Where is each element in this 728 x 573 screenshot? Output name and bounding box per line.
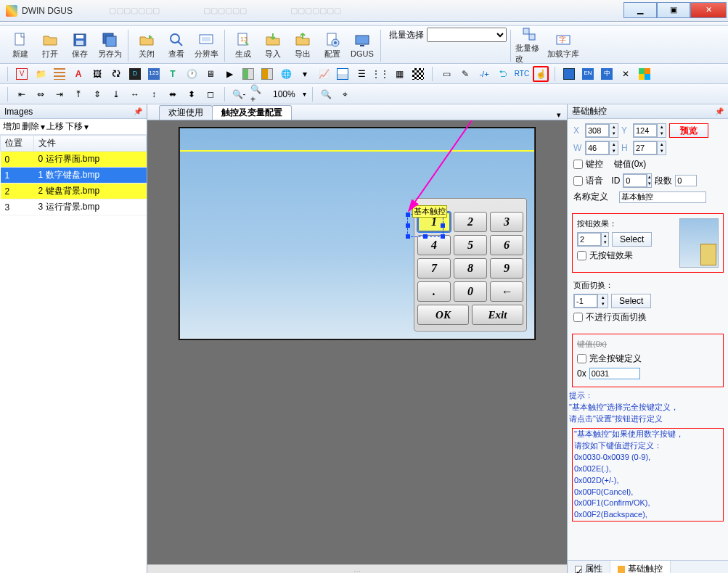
table-row[interactable]: 11 数字键盘.bmp	[1, 168, 147, 184]
key-5[interactable]: 5	[454, 235, 487, 255]
key-7[interactable]: 7	[417, 258, 451, 279]
num-icon[interactable]: 123	[146, 66, 162, 82]
tab-touchvar[interactable]: 触控及变量配置	[212, 105, 292, 120]
no-btn-effect-checkbox[interactable]	[577, 251, 586, 260]
rtab-props[interactable]: ✓属性	[568, 561, 610, 573]
maximize-button[interactable]: ▣	[657, 2, 690, 18]
keyctrl-checkbox[interactable]	[573, 160, 583, 169]
align-right-icon[interactable]: ⇥	[52, 86, 68, 102]
images-add[interactable]: 增加	[3, 120, 20, 133]
new-button[interactable]: 新建	[6, 28, 35, 62]
clock-icon[interactable]: 🕐	[184, 66, 200, 82]
key-3[interactable]: 3	[490, 212, 523, 232]
close-button[interactable]: ✕	[690, 2, 727, 18]
images-delete-menu[interactable]: ▾	[41, 122, 45, 132]
h-input[interactable]: ▴▾	[633, 141, 666, 155]
layout-icon[interactable]	[637, 66, 653, 82]
key-ok[interactable]: OK	[417, 305, 469, 325]
x-input[interactable]: ▴▾	[585, 123, 618, 138]
no-page-switch-checkbox[interactable]	[573, 313, 583, 322]
btn-effect-select[interactable]: Select	[612, 232, 652, 247]
dist-v-icon[interactable]: ↕	[146, 86, 162, 102]
en-icon[interactable]: EN	[580, 66, 596, 82]
align-icon[interactable]	[52, 66, 68, 82]
tab-menu[interactable]: ▾	[557, 110, 561, 120]
text-a-icon[interactable]: A	[70, 66, 86, 82]
grid-icon[interactable]: ▦	[391, 66, 407, 82]
key-.[interactable]: .	[417, 281, 451, 302]
y-input[interactable]: ▴▾	[633, 123, 666, 138]
name-input[interactable]	[619, 191, 706, 203]
images-up[interactable]: 上移	[46, 120, 64, 133]
rtab-basic[interactable]: 基础触控	[610, 561, 671, 573]
align-center-h-icon[interactable]: ⇔	[33, 86, 49, 102]
page-switch-input[interactable]: ▴▾	[573, 294, 608, 308]
tools-icon[interactable]: ✕	[618, 66, 634, 82]
cn-icon[interactable]: 中	[599, 66, 615, 82]
h-scrollbar[interactable]: ⋯	[147, 567, 567, 573]
text-t-icon[interactable]: T	[165, 66, 181, 82]
tab-welcome[interactable]: 欢迎使用	[159, 105, 213, 120]
display-icon[interactable]: 🖥	[203, 66, 218, 82]
key-8[interactable]: 8	[454, 258, 487, 279]
images-delete[interactable]: 删除	[22, 120, 39, 133]
var-icon[interactable]: V	[14, 66, 30, 82]
key-2[interactable]: 2	[454, 212, 487, 232]
zoom-out-icon[interactable]: 🔍-	[231, 86, 247, 102]
grid-panel-icon[interactable]	[561, 66, 577, 82]
save-button[interactable]: 保存	[65, 28, 94, 62]
table-row[interactable]: 33 运行背景.bmp	[1, 199, 147, 215]
seg-input[interactable]	[675, 175, 697, 186]
close-project-button[interactable]: 关闭	[132, 28, 161, 62]
preview-button[interactable]: 预览	[669, 123, 708, 138]
zoom-fit-icon[interactable]: 🔍	[319, 86, 335, 102]
same-height-icon[interactable]: ⬍	[184, 86, 200, 102]
touch-hand-icon[interactable]: ☝	[533, 66, 549, 82]
key-←[interactable]: ←	[490, 281, 523, 302]
voice-id-input[interactable]: ▴▾	[623, 173, 652, 188]
align-bottom-icon[interactable]: ⤓	[108, 86, 124, 102]
key-4[interactable]: 4	[417, 235, 451, 255]
edit-region-icon[interactable]: ▭	[438, 66, 454, 82]
config-button[interactable]: 配置	[318, 28, 347, 62]
align-left-icon[interactable]: ⇤	[14, 86, 30, 102]
full-keydef-checkbox[interactable]	[577, 354, 586, 363]
images-down[interactable]: 下移	[65, 120, 83, 133]
load-font-button[interactable]: 字加载字库	[544, 28, 582, 62]
hex-input[interactable]	[589, 368, 640, 379]
qr-icon[interactable]	[410, 66, 426, 82]
chevron-down-icon[interactable]: ▾	[297, 66, 313, 82]
table-icon[interactable]	[335, 66, 351, 82]
view-button[interactable]: 查看	[162, 28, 191, 62]
dgus-button[interactable]: DGUS	[348, 28, 377, 62]
rtc-icon[interactable]: RTC	[514, 66, 530, 82]
folder-icon[interactable]: 📁	[33, 66, 49, 82]
batch-select[interactable]	[427, 28, 507, 42]
batch-modify-button[interactable]: 批量修改	[515, 28, 544, 62]
anim-icon[interactable]: ▶	[221, 66, 237, 82]
generate-button[interactable]: 13生成	[229, 28, 258, 62]
minimize-button[interactable]: ▁	[623, 2, 657, 18]
progress-icon[interactable]	[240, 66, 256, 82]
same-size-icon[interactable]: ◻	[203, 86, 218, 102]
zoom-dropdown[interactable]: ▾	[303, 90, 306, 98]
adjust-icon[interactable]: -/+	[476, 66, 492, 82]
col-file[interactable]: 文件	[34, 136, 147, 152]
voice-checkbox[interactable]	[573, 176, 583, 186]
btn-effect-input[interactable]: ▴▾	[577, 232, 609, 247]
same-width-icon[interactable]: ⬌	[165, 86, 181, 102]
align-middle-icon[interactable]: ⇕	[89, 86, 105, 102]
slider2-icon[interactable]	[259, 66, 275, 82]
right-pin-icon[interactable]: 📌	[715, 107, 724, 115]
dots-icon[interactable]: ⋮⋮	[372, 66, 388, 82]
key-0[interactable]: 0	[454, 281, 487, 302]
w-input[interactable]: ▴▾	[585, 141, 618, 155]
return-icon[interactable]: ⮌	[495, 66, 511, 82]
resolution-button[interactable]: 分辨率	[192, 28, 221, 62]
images-down-menu[interactable]: ▾	[84, 122, 89, 132]
zoom-in-icon[interactable]: 🔍+	[250, 86, 266, 102]
pencil-icon[interactable]: ✎	[457, 66, 473, 82]
doc-icon[interactable]: D	[127, 66, 143, 82]
design-canvas[interactable]: 123456789.0← OK Exit 基本触控	[179, 128, 535, 339]
align-top-icon[interactable]: ⤒	[70, 86, 86, 102]
